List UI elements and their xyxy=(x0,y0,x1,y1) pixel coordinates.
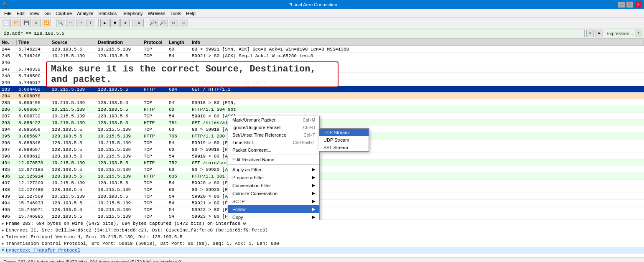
cell-len: 60 xyxy=(167,147,190,152)
table-row[interactable]: 494 15.746933 128.193.5.5 10.215.5.139 T… xyxy=(0,200,644,206)
cell-src: 128.193.5.5 xyxy=(50,174,96,179)
cell-time: 5.746500 xyxy=(17,74,50,79)
ctx-prepare-filter[interactable]: Prepare a Filter ▶ xyxy=(228,173,319,181)
tb-goto[interactable]: ↕ xyxy=(86,19,95,27)
cell-len: 54 xyxy=(167,140,190,145)
table-row[interactable]: 436 12.125914 128.193.5.5 10.215.5.139 H… xyxy=(0,173,644,180)
tb-zoom-reset[interactable]: ⊙ xyxy=(169,19,178,27)
cell-info: HTTP/1.1 304 Not xyxy=(190,107,644,112)
tb-open[interactable]: 📂 xyxy=(12,19,21,27)
cell-src: 128.193.5.5 xyxy=(50,140,96,145)
ctx-ignore-packet[interactable]: Ignore/Unignore Packet Ctrl+D xyxy=(228,124,319,131)
filter-input[interactable] xyxy=(2,30,585,37)
cell-time: 6.006405 xyxy=(17,100,50,105)
table-row[interactable]: 244 5.746234 128.193.5.5 10.215.5.139 TC… xyxy=(0,46,644,53)
menu-tools[interactable]: Tools xyxy=(168,10,184,17)
minimize-button[interactable]: — xyxy=(618,2,625,8)
cell-proto: TCP xyxy=(142,140,167,145)
table-row[interactable]: 283 6.004402 10.215.5.139 128.193.5.5 HT… xyxy=(0,86,644,93)
ctx-time-reference[interactable]: Set/Unset Time Reference Ctrl+T xyxy=(228,131,319,139)
expand-icon-ip: ▶ xyxy=(2,234,4,239)
menu-view[interactable]: View xyxy=(27,10,42,17)
table-row[interactable]: 287 6.006732 10.215.5.139 128.193.5.5 TC… xyxy=(0,113,644,120)
table-row[interactable]: 435 12.077186 128.193.5.5 10.215.5.139 T… xyxy=(0,166,644,173)
table-row[interactable]: 437 12.127209 10.215.5.139 128.193.5.5 T… xyxy=(0,180,644,186)
ctx-colorize-conversation[interactable]: Colorize Conversation ▶ xyxy=(228,189,319,197)
tb-zoom-out[interactable]: 🔎- xyxy=(159,19,168,27)
tb-reload[interactable]: 🔁 xyxy=(42,19,51,27)
menu-analyze[interactable]: Analyze xyxy=(74,10,96,17)
tb-resize-columns[interactable]: ⇔ xyxy=(179,19,188,27)
table-row[interactable]: 245 5.746248 10.215.5.139 128.193.5.5 TC… xyxy=(0,53,644,59)
tb-stop-capture[interactable]: ■ xyxy=(110,19,120,27)
table-row[interactable]: 438 12.127480 128.193.5.5 10.215.5.139 T… xyxy=(0,186,644,193)
tb-find[interactable]: 🔍 xyxy=(56,19,65,27)
detail-row-http[interactable]: ▼ Hypertext Transfer Protocol xyxy=(0,247,644,254)
cell-time: 8.885422 xyxy=(17,120,50,125)
filter-clear-button[interactable]: ✕ xyxy=(586,30,594,37)
col-destination: Destination xyxy=(96,40,142,45)
table-row[interactable]: 286 6.006687 10.215.5.139 128.193.5.5 HT… xyxy=(0,106,644,113)
detail-row-ip[interactable]: ▶ Internet Protocol Version 4, Src: 10.2… xyxy=(0,234,644,240)
ctx-time-shift[interactable]: Time Shift... Ctrl+Shift+T xyxy=(228,139,319,146)
detail-panel: ▶ Frame 283: 684 bytes on wire (5472 bit… xyxy=(0,220,644,258)
table-row[interactable]: 393 8.885422 10.215.5.139 128.193.5.5 HT… xyxy=(0,120,644,126)
ctx-mark-packet[interactable]: Mark/Unmark Packet Ctrl+M xyxy=(228,116,319,124)
ctx-packet-comment[interactable]: Packet Comment... xyxy=(228,146,319,154)
tb-prev[interactable]: ← xyxy=(66,19,75,27)
context-menu[interactable]: Mark/Unmark Packet Ctrl+M Ignore/Unignor… xyxy=(228,116,320,220)
tb-options[interactable]: ⚙ xyxy=(135,19,144,27)
table-row[interactable]: 248 5.746500 xyxy=(0,73,644,79)
close-button[interactable]: ✕ xyxy=(635,2,641,8)
follow-submenu[interactable]: TCP Stream UDP Stream SSL Stream xyxy=(319,128,369,152)
table-row[interactable]: 439 12.127509 10.215.5.139 128.193.5.5 T… xyxy=(0,193,644,200)
ctx-follow[interactable]: Follow ▶ xyxy=(228,205,319,213)
table-row[interactable]: 434 12.076570 10.215.5.139 128.193.5.5 H… xyxy=(0,160,644,166)
cell-len: 54 xyxy=(167,207,190,212)
submenu-ssl-stream[interactable]: SSL Stream xyxy=(319,144,369,151)
submenu-udp-stream[interactable]: UDP Stream xyxy=(319,136,369,144)
menu-capture[interactable]: Capture xyxy=(53,10,74,17)
expression-label[interactable]: Expression... xyxy=(606,31,633,36)
ctx-sep-1 xyxy=(228,155,319,155)
table-row[interactable]: 496 15.746985 128.193.5.5 10.215.5.139 T… xyxy=(0,213,644,220)
table-row[interactable]: 247 5.746332 xyxy=(0,66,644,73)
filter-add-button[interactable]: + xyxy=(635,30,642,37)
menu-go[interactable]: Go xyxy=(42,10,53,17)
menu-telephony[interactable]: Telephony xyxy=(119,10,145,17)
ctx-edit-resolved[interactable]: Edit Resolved Name xyxy=(228,156,319,163)
maximize-button[interactable]: □ xyxy=(626,2,633,8)
menu-wireless[interactable]: Wireless xyxy=(145,10,168,17)
submenu-tcp-stream[interactable]: TCP Stream xyxy=(319,129,369,136)
menu-file[interactable]: File xyxy=(2,10,14,17)
menu-edit[interactable]: Edit xyxy=(14,10,27,17)
detail-row-frame[interactable]: ▶ Frame 283: 684 bytes on wire (5472 bit… xyxy=(0,220,644,227)
tb-zoom-in[interactable]: 🔎+ xyxy=(149,19,158,27)
menu-statistics[interactable]: Statistics xyxy=(96,10,119,17)
detail-row-tcp[interactable]: ▶ Transmission Control Protocol, Src Por… xyxy=(0,240,644,247)
tb-start-capture[interactable]: ▶ xyxy=(100,19,109,27)
ctx-apply-filter[interactable]: Apply as Filter ▶ xyxy=(228,165,319,173)
tb-next[interactable]: → xyxy=(76,19,85,27)
cell-dst: 10.215.5.139 xyxy=(96,214,142,219)
cell-proto: HTTP xyxy=(142,134,167,139)
table-row[interactable]: 495 15.746971 128.193.5.5 10.215.5.139 T… xyxy=(0,206,644,213)
tb-restart-capture[interactable]: ↺ xyxy=(120,19,130,27)
ctx-copy[interactable]: Copy ▶ xyxy=(228,213,319,220)
ctx-conversation-filter[interactable]: Conversation Filter ▶ xyxy=(228,181,319,189)
table-row[interactable]: 398 8.888612 128.193.5.5 10.215.5.139 TC… xyxy=(0,153,644,160)
table-row[interactable]: 284 6.006078 xyxy=(0,93,644,99)
detail-row-ethernet[interactable]: ▶ Ethernet II, Src: Dell_b4:d6:c2 (34:17… xyxy=(0,227,644,234)
table-row[interactable]: 249 5.746517 10.215.5.139 128.193.5.5 Se… xyxy=(0,79,644,86)
packet-list[interactable]: No. Time Source Destination Protocol Len… xyxy=(0,38,644,220)
menu-help[interactable]: Help xyxy=(183,10,198,17)
cell-info: 1 xyxy=(190,60,644,65)
table-row[interactable]: 285 6.006405 10.215.5.139 128.193.5.5 TC… xyxy=(0,99,644,106)
tb-new-capture[interactable]: 📄 xyxy=(2,19,11,27)
table-row[interactable]: 497 15.747236 128.193.5.5 10.215.5.139 T… xyxy=(0,220,644,220)
table-row[interactable]: 246 1 xyxy=(0,59,644,66)
filter-apply-button[interactable]: ▶ xyxy=(596,30,603,37)
tb-close[interactable]: ✕ xyxy=(32,19,41,27)
tb-save[interactable]: 💾 xyxy=(22,19,31,27)
ctx-sctp[interactable]: SCTP ▶ xyxy=(228,197,319,205)
